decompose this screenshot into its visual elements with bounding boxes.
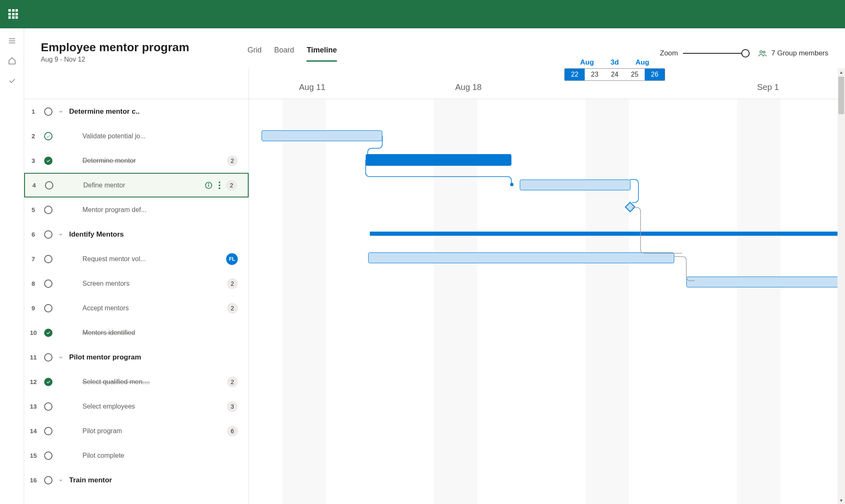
task-row-12[interactable]: 12Select qualified men....2: [24, 369, 249, 394]
row-number: 7: [27, 255, 39, 262]
left-nav-rail: [0, 28, 24, 504]
tab-timeline[interactable]: Timeline: [307, 46, 337, 62]
task-name: Pilot mentor program: [69, 353, 141, 362]
home-icon[interactable]: [2, 52, 22, 69]
row-number: 16: [27, 477, 39, 484]
task-name: Select qualified men....: [82, 378, 150, 386]
task-row-16[interactable]: 16Train mentor: [24, 468, 249, 492]
gantt-date-aug11: Aug 11: [299, 82, 325, 92]
count-badge: 2: [227, 155, 238, 166]
check-icon[interactable]: [2, 72, 22, 89]
scroll-thumb[interactable]: [838, 77, 844, 114]
task-row-1[interactable]: 1Determine mentor c..: [24, 99, 249, 124]
tab-grid[interactable]: Grid: [247, 46, 262, 60]
gantt-chart[interactable]: Aug 11 Aug 18 Sep 1: [249, 68, 845, 504]
task-row-11[interactable]: 11Pilot mentor program: [24, 345, 249, 369]
status-open-icon[interactable]: [45, 181, 53, 190]
task-name: Train mentor: [69, 476, 112, 484]
hamburger-menu-icon[interactable]: [2, 32, 22, 49]
gantt-date-header: Aug 11 Aug 18 Sep 1: [249, 68, 845, 99]
assignee-avatar[interactable]: FL: [226, 253, 238, 265]
status-done-icon[interactable]: [44, 378, 52, 386]
row-number: 11: [27, 354, 39, 361]
dp-day-23[interactable]: 23: [585, 69, 605, 80]
task-row-8[interactable]: 8Screen mentors2: [24, 271, 249, 296]
task-row-3[interactable]: 3Determine mentor2: [24, 148, 249, 173]
zoom-label: Zoom: [660, 49, 678, 57]
svg-point-4: [763, 51, 765, 53]
count-badge: 2: [227, 278, 238, 289]
row-number: 5: [27, 206, 39, 213]
svg-point-3: [760, 51, 763, 53]
status-open-icon[interactable]: [44, 279, 52, 288]
gantt-body[interactable]: [249, 99, 845, 504]
chevron-down-icon[interactable]: [57, 478, 64, 483]
project-title: Employee mentor program: [41, 41, 189, 54]
members-label: 7 Group members: [771, 49, 828, 57]
status-open-icon[interactable]: [44, 402, 52, 411]
dp-day-26[interactable]: 26: [645, 69, 665, 80]
count-badge: 2: [227, 303, 238, 314]
row-number: 2: [27, 132, 39, 140]
vertical-scrollbar[interactable]: ▲ ▼: [838, 68, 845, 504]
gantt-bar-task-7[interactable]: [368, 252, 674, 263]
group-members-button[interactable]: 7 Group members: [758, 49, 828, 58]
task-name: Request mentor vol...: [82, 255, 146, 263]
task-row-6[interactable]: 6Identify Mentors: [24, 222, 249, 247]
task-row-9[interactable]: 9Accept mentors2: [24, 296, 249, 320]
status-open-icon[interactable]: [44, 427, 52, 435]
status-done-icon[interactable]: [44, 157, 52, 165]
date-range-picker: Aug 3d Aug 2223242526: [564, 58, 665, 81]
scroll-up-icon[interactable]: ▲: [838, 68, 845, 76]
chevron-down-icon[interactable]: [57, 232, 64, 237]
task-row-4[interactable]: 4Define mentor2: [24, 173, 249, 197]
gantt-bar-task-4[interactable]: [520, 180, 631, 190]
chevron-down-icon[interactable]: [57, 109, 64, 114]
gantt-date-aug18: Aug 18: [455, 82, 481, 92]
scroll-down-icon[interactable]: ▼: [838, 497, 845, 504]
row-number: 15: [27, 452, 39, 459]
dp-day-22[interactable]: 22: [565, 69, 585, 80]
app-top-bar: [0, 0, 845, 28]
status-done-icon[interactable]: [44, 132, 52, 140]
gantt-summary-task-6[interactable]: [370, 232, 840, 236]
task-row-7[interactable]: 7Request mentor vol...FL: [24, 247, 249, 271]
task-row-10[interactable]: 10Mentors identified: [24, 320, 249, 345]
task-name: Mentor program def...: [82, 206, 147, 214]
task-row-13[interactable]: 13Select employees3: [24, 394, 249, 419]
tab-board[interactable]: Board: [274, 46, 294, 60]
status-open-icon[interactable]: [44, 206, 52, 214]
status-done-icon[interactable]: [44, 329, 52, 337]
task-name: Select employees: [82, 403, 135, 410]
more-options-icon[interactable]: [217, 180, 222, 191]
info-icon[interactable]: [204, 181, 213, 190]
zoom-handle[interactable]: [741, 49, 750, 57]
task-row-5[interactable]: 5Mentor program def...: [24, 197, 249, 222]
status-open-icon[interactable]: [44, 304, 52, 312]
dp-day-25[interactable]: 25: [625, 69, 645, 80]
task-row-14[interactable]: 14Pilot program6: [24, 419, 249, 443]
gantt-bar-task-2[interactable]: [262, 130, 382, 141]
row-number: 12: [27, 378, 39, 385]
dp-start-month: Aug: [580, 58, 594, 67]
count-badge: 3: [227, 401, 238, 412]
task-name: Screen mentors: [82, 280, 130, 287]
count-badge: 2: [227, 377, 238, 387]
status-open-icon[interactable]: [44, 476, 52, 484]
gantt-bar-task-8[interactable]: [686, 277, 845, 287]
chevron-down-icon[interactable]: [57, 355, 64, 360]
status-open-icon[interactable]: [44, 230, 52, 239]
task-row-2[interactable]: 2Validate potential jo...: [24, 124, 249, 148]
task-name: Define mentor: [83, 182, 125, 189]
dp-day-24[interactable]: 24: [605, 69, 625, 80]
status-open-icon[interactable]: [44, 255, 52, 263]
zoom-slider[interactable]: [683, 53, 745, 54]
apps-waffle-icon[interactable]: [8, 9, 18, 19]
status-open-icon[interactable]: [44, 452, 52, 460]
row-number: 9: [27, 304, 39, 312]
project-date-range: Aug 9 - Nov 12: [41, 56, 189, 63]
task-row-15[interactable]: 15Pilot complete: [24, 443, 249, 468]
status-open-icon[interactable]: [44, 107, 52, 116]
task-name: Pilot complete: [82, 452, 125, 459]
status-open-icon[interactable]: [44, 353, 52, 362]
